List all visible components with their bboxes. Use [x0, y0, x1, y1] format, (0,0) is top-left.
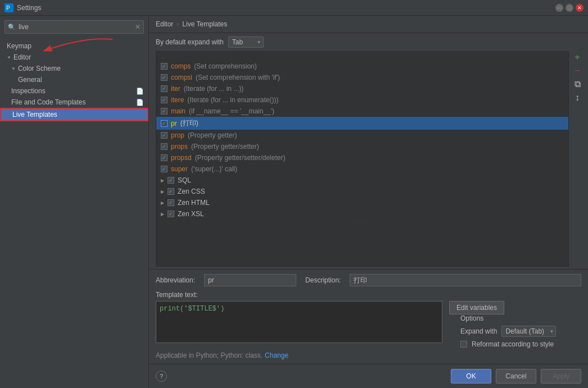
- prop-checkbox[interactable]: [161, 132, 168, 139]
- zen-html-checkbox[interactable]: [168, 199, 174, 206]
- template-item-propsd[interactable]: propsd (Property getter/setter/deleter): [156, 152, 568, 163]
- apply-button[interactable]: Apply: [541, 369, 581, 384]
- sql-label: SQL: [178, 176, 191, 184]
- propsd-checkbox[interactable]: [161, 154, 168, 161]
- edit-variables-button[interactable]: Edit variables: [449, 301, 504, 314]
- sidebar-item-live-templates[interactable]: Live Templates: [0, 108, 148, 121]
- cancel-button[interactable]: Cancel: [496, 369, 536, 384]
- iter-abbr: iter: [171, 85, 180, 93]
- comps-checkbox[interactable]: [161, 63, 168, 70]
- right-panel: Edit variables Options Expand with Defau…: [449, 301, 556, 348]
- add-template-button[interactable]: +: [571, 51, 584, 63]
- main-abbr: main: [171, 107, 186, 115]
- props-checkbox[interactable]: [161, 143, 168, 150]
- templates-wrapper: ... comps (Set comprehension) compsi (Se…: [149, 51, 588, 269]
- template-item-pr[interactable]: pr (打印): [156, 117, 568, 130]
- expand-with-label: Expand with: [460, 327, 497, 335]
- template-item-main[interactable]: main (if __name__ == '__main__'): [156, 106, 568, 117]
- itere-desc: (Iterate (for ... in enumerate())): [187, 96, 278, 104]
- reformat-row: Reformat according to style: [460, 340, 556, 348]
- template-item-prop[interactable]: prop (Property getter): [156, 130, 568, 141]
- template-item-comps[interactable]: comps (Set comprehension): [156, 61, 568, 72]
- template-item-itere[interactable]: itere (Iterate (for ... in enumerate())): [156, 94, 568, 106]
- templates-list: ... comps (Set comprehension) compsi (Se…: [156, 51, 569, 267]
- props-abbr: props: [171, 143, 188, 150]
- python-group-continuation: ...: [156, 52, 568, 61]
- propsd-abbr: propsd: [171, 154, 192, 162]
- reformat-checkbox[interactable]: [460, 341, 467, 348]
- reformat-label: Reformat according to style: [472, 340, 554, 348]
- template-item-compsi[interactable]: compsi (Set comprehension with 'if'): [156, 72, 568, 83]
- super-checkbox[interactable]: [161, 166, 168, 172]
- sidebar-tree: Keymap Editor Color Scheme General Inspe…: [0, 38, 148, 388]
- main-checkbox[interactable]: [161, 108, 168, 115]
- help-button[interactable]: ?: [156, 371, 167, 382]
- inspections-label: Inspections: [11, 87, 46, 95]
- expand-select-wrapper: Tab Enter Space ▼: [228, 36, 264, 48]
- breadcrumb: Editor › Live Templates: [149, 16, 588, 33]
- sidebar-item-color-scheme[interactable]: Color Scheme: [0, 63, 148, 74]
- remove-template-button[interactable]: −: [571, 65, 584, 77]
- color-scheme-triangle: [11, 66, 16, 71]
- expand-with-detail-select[interactable]: Default (Tab) Tab Enter Space: [501, 326, 556, 337]
- app-icon: P: [4, 3, 13, 12]
- zen-html-triangle: [161, 200, 164, 206]
- abbr-label: Abbreviation:: [156, 276, 195, 284]
- expand-with-row: Expand with Default (Tab) Tab Enter Spac…: [460, 326, 556, 337]
- title-bar: P Settings ─ □ ✕: [0, 0, 588, 16]
- template-text-label: Template text:: [156, 291, 581, 299]
- window-title: Settings: [17, 4, 555, 12]
- list-action-buttons: + − ⧉ ↕: [569, 51, 588, 267]
- maximize-button[interactable]: □: [566, 4, 573, 12]
- sidebar-item-editor[interactable]: Editor: [0, 52, 148, 63]
- template-text-section: Template text: print('$TITLE$') Edit var…: [156, 291, 581, 348]
- abbreviation-input[interactable]: [204, 274, 296, 286]
- template-text-area[interactable]: print('$TITLE$'): [156, 301, 442, 343]
- group-zen-xsl[interactable]: Zen XSL: [156, 208, 568, 220]
- group-zen-css[interactable]: Zen CSS: [156, 186, 568, 197]
- sidebar-item-inspections[interactable]: Inspections 📄: [0, 85, 148, 97]
- sidebar-item-general[interactable]: General: [0, 74, 148, 85]
- zen-xsl-triangle: [161, 212, 164, 217]
- description-input[interactable]: [350, 274, 581, 286]
- search-box: 🔍 ✕: [4, 20, 144, 34]
- scroll-template-button[interactable]: ↕: [571, 92, 584, 104]
- sidebar-item-keymap[interactable]: Keymap: [0, 40, 148, 52]
- pr-desc: (打印): [180, 118, 198, 128]
- keymap-label: Keymap: [7, 42, 31, 50]
- pr-checkbox[interactable]: [161, 120, 168, 127]
- ok-button[interactable]: OK: [451, 369, 491, 384]
- sql-checkbox[interactable]: [168, 177, 174, 184]
- itere-checkbox[interactable]: [161, 97, 168, 103]
- details-panel: Abbreviation: Description: Template text…: [149, 269, 588, 364]
- prop-abbr: prop: [171, 131, 184, 139]
- comps-desc: (Set comprehension): [194, 62, 256, 70]
- change-link[interactable]: Change: [265, 352, 288, 359]
- sql-triangle: [161, 178, 164, 183]
- search-icon: 🔍: [8, 24, 16, 31]
- compsi-checkbox[interactable]: [161, 74, 168, 81]
- zen-html-label: Zen HTML: [178, 199, 210, 207]
- general-label: General: [18, 76, 42, 84]
- iter-checkbox[interactable]: [161, 85, 168, 92]
- template-item-super[interactable]: super ('super(...)' call): [156, 163, 568, 175]
- divider-dots: · · · · ·: [156, 220, 568, 227]
- template-item-iter[interactable]: iter (Iterate (for ... in ...)): [156, 83, 568, 94]
- zen-xsl-label: Zen XSL: [178, 210, 204, 218]
- applicable-row: Applicable in Python; Python: class. Cha…: [156, 352, 581, 359]
- compsi-abbr: compsi: [171, 74, 192, 81]
- group-sql[interactable]: SQL: [156, 175, 568, 186]
- minimize-button[interactable]: ─: [555, 4, 563, 12]
- group-zen-html[interactable]: Zen HTML: [156, 197, 568, 208]
- zen-xsl-checkbox[interactable]: [168, 211, 174, 217]
- file-code-label: File and Code Templates: [11, 98, 86, 106]
- zen-css-checkbox[interactable]: [168, 188, 174, 195]
- sidebar-item-file-code-templates[interactable]: File and Code Templates 📄: [0, 97, 148, 108]
- search-clear-icon[interactable]: ✕: [135, 23, 141, 31]
- template-item-props[interactable]: props (Property getter/setter): [156, 141, 568, 152]
- close-button[interactable]: ✕: [576, 4, 584, 12]
- expand-with-select[interactable]: Tab Enter Space: [228, 36, 264, 48]
- copy-template-button[interactable]: ⧉: [571, 78, 584, 90]
- search-input[interactable]: [4, 20, 144, 34]
- editor-triangle: [7, 55, 11, 60]
